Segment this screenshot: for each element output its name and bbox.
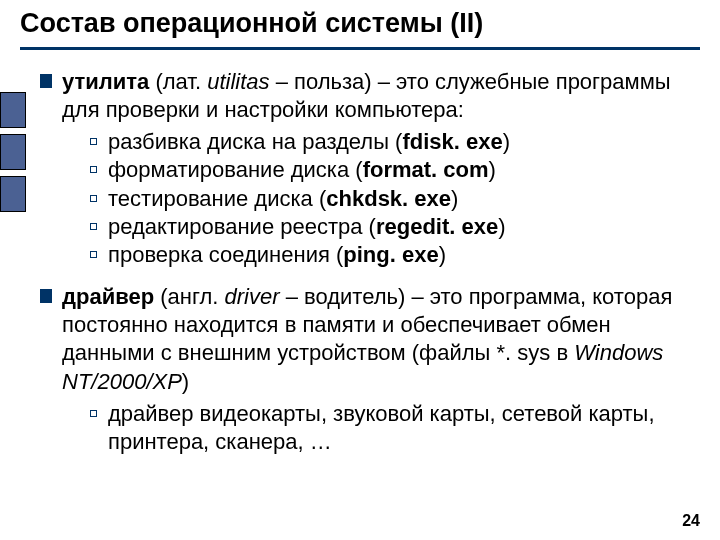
hollow-square-icon (90, 223, 97, 230)
sub-item: форматирование диска (format. com) (90, 156, 696, 184)
hollow-square-icon (90, 251, 97, 258)
sub-text: драйвер видеокарты, звуковой карты, сете… (108, 401, 655, 454)
hollow-square-icon (90, 138, 97, 145)
slide: Состав операционной системы (II) утилита… (0, 0, 720, 540)
side-decor-box (0, 176, 26, 212)
title-underline (20, 47, 700, 50)
sub-list: драйвер видеокарты, звуковой карты, сете… (62, 400, 696, 456)
bullet-utility: утилита (лат. utilitas – польза) – это с… (40, 68, 696, 269)
sub-item: разбивка диска на разделы (fdisk. exe) (90, 128, 696, 156)
sub-bold: fdisk. exe (402, 129, 502, 154)
square-bullet-icon (40, 289, 52, 303)
sub-text: тестирование диска ( (108, 186, 326, 211)
term-italic: driver (225, 284, 280, 309)
hollow-square-icon (90, 195, 97, 202)
sub-text: ) (498, 214, 505, 239)
bullet-driver: драйвер (англ. driver – водитель) – это … (40, 283, 696, 456)
sub-text: проверка соединения ( (108, 242, 343, 267)
sub-item: проверка соединения (ping. exe) (90, 241, 696, 269)
sub-list: разбивка диска на разделы (fdisk. exe) ф… (62, 128, 696, 269)
side-decor (0, 92, 26, 218)
term-bold: утилита (62, 69, 149, 94)
sub-bold: format. com (363, 157, 489, 182)
sub-text: ) (503, 129, 510, 154)
term-text: (англ. (154, 284, 224, 309)
term-text: (лат. (149, 69, 207, 94)
sub-text: редактирование реестра ( (108, 214, 376, 239)
sub-item: тестирование диска (chkdsk. exe) (90, 185, 696, 213)
sub-text: разбивка диска на разделы ( (108, 129, 402, 154)
sub-bold: ping. exe (343, 242, 438, 267)
side-decor-box (0, 134, 26, 170)
hollow-square-icon (90, 166, 97, 173)
term-text: ) (182, 369, 189, 394)
square-bullet-icon (40, 74, 52, 88)
sub-bold: regedit. exe (376, 214, 498, 239)
content: утилита (лат. utilitas – польза) – это с… (0, 54, 720, 456)
page-number: 24 (682, 512, 700, 530)
text-run: драйвер (англ. driver – водитель) – это … (62, 284, 672, 393)
term-bold: драйвер (62, 284, 154, 309)
sub-item: редактирование реестра (regedit. exe) (90, 213, 696, 241)
sub-bold: chkdsk. exe (326, 186, 451, 211)
sub-text: ) (489, 157, 496, 182)
text-run: утилита (лат. utilitas – польза) – это с… (62, 69, 671, 122)
sub-text: ) (451, 186, 458, 211)
sub-text: ) (439, 242, 446, 267)
slide-title: Состав операционной системы (II) (20, 8, 700, 45)
term-italic: utilitas (207, 69, 269, 94)
side-decor-box (0, 92, 26, 128)
hollow-square-icon (90, 410, 97, 417)
sub-text: форматирование диска ( (108, 157, 363, 182)
title-area: Состав операционной системы (II) (0, 0, 720, 54)
sub-item: драйвер видеокарты, звуковой карты, сете… (90, 400, 696, 456)
